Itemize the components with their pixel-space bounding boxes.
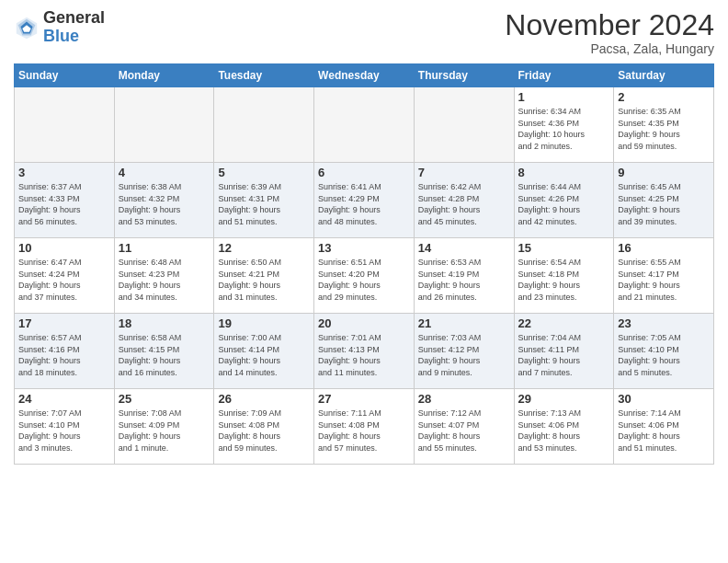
calendar-cell: 17Sunrise: 6:57 AM Sunset: 4:16 PM Dayli… (15, 314, 115, 389)
calendar-body: 1Sunrise: 6:34 AM Sunset: 4:36 PM Daylig… (15, 87, 714, 465)
calendar-cell: 6Sunrise: 6:41 AM Sunset: 4:29 PM Daylig… (314, 163, 415, 238)
calendar-cell: 16Sunrise: 6:55 AM Sunset: 4:17 PM Dayli… (614, 238, 714, 314)
calendar-cell (114, 87, 214, 163)
logo-general: General (43, 9, 105, 28)
calendar-week-5: 24Sunrise: 7:07 AM Sunset: 4:10 PM Dayli… (15, 389, 714, 465)
header-row: Sunday Monday Tuesday Wednesday Thursday… (15, 64, 714, 87)
calendar-week-4: 17Sunrise: 6:57 AM Sunset: 4:16 PM Dayli… (15, 314, 714, 389)
logo-icon (14, 15, 40, 40)
day-info: Sunrise: 6:45 AM Sunset: 4:25 PM Dayligh… (618, 181, 710, 227)
day-info: Sunrise: 7:14 AM Sunset: 4:06 PM Dayligh… (618, 408, 710, 454)
page-container: General Blue November 2024 Pacsa, Zala, … (0, 0, 728, 469)
calendar-cell: 20Sunrise: 7:01 AM Sunset: 4:13 PM Dayli… (314, 314, 415, 389)
day-number: 26 (218, 392, 310, 406)
day-info: Sunrise: 6:51 AM Sunset: 4:20 PM Dayligh… (318, 257, 410, 303)
calendar-cell: 7Sunrise: 6:42 AM Sunset: 4:28 PM Daylig… (414, 163, 514, 238)
day-info: Sunrise: 6:48 AM Sunset: 4:23 PM Dayligh… (119, 257, 210, 303)
day-number: 24 (18, 392, 110, 406)
day-info: Sunrise: 6:34 AM Sunset: 4:36 PM Dayligh… (518, 106, 610, 152)
day-number: 30 (618, 392, 710, 406)
calendar-cell: 14Sunrise: 6:53 AM Sunset: 4:19 PM Dayli… (414, 238, 514, 314)
calendar-cell: 18Sunrise: 6:58 AM Sunset: 4:15 PM Dayli… (114, 314, 214, 389)
calendar-cell: 26Sunrise: 7:09 AM Sunset: 4:08 PM Dayli… (214, 389, 314, 465)
day-number: 12 (218, 241, 310, 255)
logo: General Blue (14, 9, 105, 46)
day-number: 9 (618, 166, 710, 179)
day-info: Sunrise: 7:05 AM Sunset: 4:10 PM Dayligh… (618, 332, 710, 378)
col-saturday: Saturday (614, 64, 714, 87)
day-info: Sunrise: 6:53 AM Sunset: 4:19 PM Dayligh… (418, 257, 510, 303)
calendar-cell: 24Sunrise: 7:07 AM Sunset: 4:10 PM Dayli… (15, 389, 115, 465)
day-info: Sunrise: 7:00 AM Sunset: 4:14 PM Dayligh… (218, 332, 310, 378)
day-number: 27 (318, 392, 410, 406)
day-number: 2 (618, 90, 710, 104)
calendar-cell: 2Sunrise: 6:35 AM Sunset: 4:35 PM Daylig… (614, 87, 714, 163)
calendar-week-3: 10Sunrise: 6:47 AM Sunset: 4:24 PM Dayli… (15, 238, 714, 314)
day-info: Sunrise: 6:38 AM Sunset: 4:32 PM Dayligh… (119, 181, 210, 227)
col-wednesday: Wednesday (314, 64, 415, 87)
day-info: Sunrise: 7:04 AM Sunset: 4:11 PM Dayligh… (518, 332, 610, 378)
day-info: Sunrise: 6:55 AM Sunset: 4:17 PM Dayligh… (618, 257, 710, 303)
day-number: 21 (418, 316, 510, 330)
calendar-cell: 4Sunrise: 6:38 AM Sunset: 4:32 PM Daylig… (114, 163, 214, 238)
calendar-cell: 8Sunrise: 6:44 AM Sunset: 4:26 PM Daylig… (514, 163, 614, 238)
logo-blue: Blue (43, 28, 105, 46)
day-info: Sunrise: 6:35 AM Sunset: 4:35 PM Dayligh… (618, 106, 710, 152)
day-info: Sunrise: 6:41 AM Sunset: 4:29 PM Dayligh… (318, 181, 410, 227)
day-number: 13 (318, 241, 410, 255)
calendar-cell (414, 87, 514, 163)
day-info: Sunrise: 7:03 AM Sunset: 4:12 PM Dayligh… (418, 332, 510, 378)
day-info: Sunrise: 6:54 AM Sunset: 4:18 PM Dayligh… (518, 257, 610, 303)
day-number: 3 (18, 166, 110, 179)
day-number: 14 (418, 241, 510, 255)
day-number: 29 (518, 392, 610, 406)
calendar-header: Sunday Monday Tuesday Wednesday Thursday… (15, 64, 714, 87)
calendar-cell: 29Sunrise: 7:13 AM Sunset: 4:06 PM Dayli… (514, 389, 614, 465)
calendar-cell: 19Sunrise: 7:00 AM Sunset: 4:14 PM Dayli… (214, 314, 314, 389)
col-tuesday: Tuesday (214, 64, 314, 87)
day-info: Sunrise: 6:37 AM Sunset: 4:33 PM Dayligh… (18, 181, 110, 227)
calendar-cell: 12Sunrise: 6:50 AM Sunset: 4:21 PM Dayli… (214, 238, 314, 314)
day-info: Sunrise: 7:13 AM Sunset: 4:06 PM Dayligh… (518, 408, 610, 454)
day-number: 19 (218, 316, 310, 330)
day-info: Sunrise: 7:07 AM Sunset: 4:10 PM Dayligh… (18, 408, 110, 454)
day-number: 25 (119, 392, 210, 406)
calendar-cell: 23Sunrise: 7:05 AM Sunset: 4:10 PM Dayli… (614, 314, 714, 389)
day-number: 4 (119, 166, 210, 179)
day-number: 28 (418, 392, 510, 406)
day-number: 20 (318, 316, 410, 330)
day-number: 10 (18, 241, 110, 255)
calendar-cell: 22Sunrise: 7:04 AM Sunset: 4:11 PM Dayli… (514, 314, 614, 389)
col-friday: Friday (514, 64, 614, 87)
header: General Blue November 2024 Pacsa, Zala, … (14, 9, 714, 56)
day-number: 23 (618, 316, 710, 330)
calendar-cell: 5Sunrise: 6:39 AM Sunset: 4:31 PM Daylig… (214, 163, 314, 238)
calendar-cell: 11Sunrise: 6:48 AM Sunset: 4:23 PM Dayli… (114, 238, 214, 314)
day-info: Sunrise: 7:01 AM Sunset: 4:13 PM Dayligh… (318, 332, 410, 378)
day-number: 8 (518, 166, 610, 179)
calendar-cell (214, 87, 314, 163)
calendar-cell: 10Sunrise: 6:47 AM Sunset: 4:24 PM Dayli… (15, 238, 115, 314)
day-number: 17 (18, 316, 110, 330)
day-info: Sunrise: 6:44 AM Sunset: 4:26 PM Dayligh… (518, 181, 610, 227)
day-info: Sunrise: 7:08 AM Sunset: 4:09 PM Dayligh… (119, 408, 210, 454)
col-thursday: Thursday (414, 64, 514, 87)
day-info: Sunrise: 7:11 AM Sunset: 4:08 PM Dayligh… (318, 408, 410, 454)
calendar-cell: 3Sunrise: 6:37 AM Sunset: 4:33 PM Daylig… (15, 163, 115, 238)
day-number: 16 (618, 241, 710, 255)
day-info: Sunrise: 6:50 AM Sunset: 4:21 PM Dayligh… (218, 257, 310, 303)
calendar-cell: 1Sunrise: 6:34 AM Sunset: 4:36 PM Daylig… (514, 87, 614, 163)
day-number: 6 (318, 166, 410, 179)
calendar-cell (314, 87, 415, 163)
day-info: Sunrise: 6:57 AM Sunset: 4:16 PM Dayligh… (18, 332, 110, 378)
calendar-cell: 28Sunrise: 7:12 AM Sunset: 4:07 PM Dayli… (414, 389, 514, 465)
day-number: 11 (119, 241, 210, 255)
day-info: Sunrise: 7:12 AM Sunset: 4:07 PM Dayligh… (418, 408, 510, 454)
day-number: 18 (119, 316, 210, 330)
day-info: Sunrise: 6:42 AM Sunset: 4:28 PM Dayligh… (418, 181, 510, 227)
location: Pacsa, Zala, Hungary (505, 41, 714, 56)
calendar-cell: 13Sunrise: 6:51 AM Sunset: 4:20 PM Dayli… (314, 238, 415, 314)
col-sunday: Sunday (15, 64, 115, 87)
calendar-cell (15, 87, 115, 163)
calendar-cell: 15Sunrise: 6:54 AM Sunset: 4:18 PM Dayli… (514, 238, 614, 314)
